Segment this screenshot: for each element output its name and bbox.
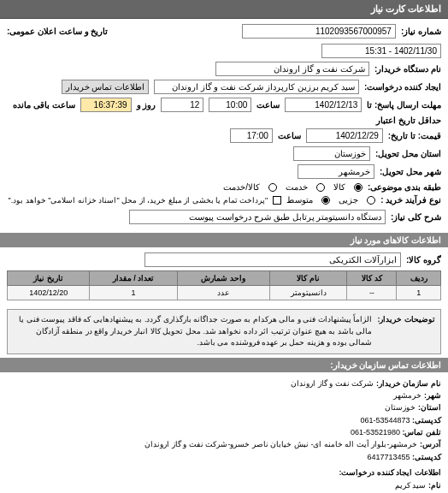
contact-header-text: اطلاعات تماس سازمان خریدار: bbox=[330, 360, 441, 370]
radio-both[interactable] bbox=[268, 183, 277, 192]
col-qty: تعداد / مقدار bbox=[90, 271, 177, 286]
section-header-need-info: اطلاعات کارت نیاز bbox=[0, 0, 448, 19]
cell-unit: عدد bbox=[177, 286, 269, 300]
header-title: اطلاعات کارت نیاز bbox=[371, 3, 441, 14]
days-remain-field: 12 bbox=[161, 98, 203, 112]
deadline-time-field: 10:00 bbox=[209, 98, 251, 112]
buyer-field: شرکت نفت و گاز اروندان bbox=[215, 62, 369, 76]
creator-field: سید کریم برزین کارپرداز شرکت نفت و گاز ا… bbox=[154, 80, 359, 94]
goods-header-text: اطلاعات کالاهای مورد نیاز bbox=[351, 235, 441, 245]
org-label: نام سازمان خریدار: bbox=[376, 379, 441, 388]
col-name: نام کالا bbox=[269, 271, 347, 286]
subject-radio-group: کالا خدمت کالا/خدمت bbox=[223, 182, 363, 192]
creator-contact-header: اطلاعات ایجاد کننده درخواست: bbox=[7, 466, 441, 478]
delivery-city-field: خرمشهر bbox=[298, 164, 374, 179]
radio-goods-label: کالا bbox=[333, 182, 345, 192]
cell-date: 1402/12/20 bbox=[8, 286, 90, 300]
delivery-city-label: شهر محل تحویل: bbox=[380, 167, 441, 176]
deadline-time-label: ساعت bbox=[256, 100, 280, 110]
deadline-label: مهلت ارسال پاسخ: تا bbox=[367, 100, 441, 110]
radio-small-label: جزیی bbox=[339, 195, 358, 205]
deadline-date-field: 1402/12/13 bbox=[285, 98, 362, 112]
desc-label: شرح کلی نیاز: bbox=[391, 212, 441, 222]
request-no-field: 1102093567000957 bbox=[242, 24, 396, 39]
col-unit: واحد شمارش bbox=[177, 271, 269, 286]
address-value: خرمشهر-بلوار آیت اله خامنه ای- نبش خیابا… bbox=[144, 440, 417, 448]
radio-goods[interactable] bbox=[354, 183, 363, 192]
payment-note: "پرداخت تمام یا بخشی از مبلغ خرید، از مح… bbox=[9, 196, 268, 205]
cell-row: 1 bbox=[397, 286, 441, 300]
goods-area: گروه کالا: ابزارآلات الکتریکی ردیف کد کا… bbox=[0, 247, 448, 306]
province-label: استان: bbox=[418, 403, 441, 412]
phone-value: 53521980-061 bbox=[351, 428, 400, 437]
treasury-checkbox[interactable] bbox=[273, 196, 281, 205]
cname-value: سید کریم bbox=[395, 481, 427, 490]
desc-field: دستگاه دانسیتومتر پرتابل طبق شرح درخواست… bbox=[129, 210, 386, 224]
subject-class-label: طبقه بندی موضوعی: bbox=[368, 182, 441, 192]
postal2-value: 6417713455 bbox=[367, 453, 410, 461]
credit-label: حداقل تاریخ اعتبار bbox=[376, 116, 441, 125]
contact-section: نام سازمان خریدار: شرکت نفت و گاز اروندا… bbox=[0, 372, 448, 494]
buyer-label: نام دستگاه خریدار: bbox=[374, 64, 441, 74]
price-until-label: قیمت: تا تاریخ: bbox=[388, 131, 441, 140]
delivery-province-field: خوزستان bbox=[293, 146, 370, 161]
goods-header: اطلاعات کالاهای مورد نیاز bbox=[0, 233, 448, 247]
city-label: شهر: bbox=[424, 391, 441, 400]
request-no-label: شماره نیاز: bbox=[401, 27, 441, 36]
public-datetime-field: 1402/11/30 - 15:31 bbox=[321, 44, 441, 58]
form-area: شماره نیاز: 1102093567000957 تاریخ و ساع… bbox=[0, 19, 448, 233]
group-label: گروه کالا: bbox=[406, 255, 441, 264]
radio-small[interactable] bbox=[367, 196, 375, 205]
cell-name: دانسیتومتر bbox=[269, 286, 347, 300]
radio-medium-label: متوسط bbox=[286, 195, 313, 205]
radio-medium[interactable] bbox=[321, 196, 330, 205]
note-text: الزاماً پیشنهادات فنی و مالی هرکدام به ص… bbox=[13, 314, 373, 349]
province-value: خوزستان bbox=[385, 403, 416, 412]
address-label: آدرس: bbox=[420, 440, 441, 448]
public-datetime-label: تاریخ و ساعت اعلان عمومی: bbox=[7, 27, 108, 36]
col-code: کد کالا bbox=[347, 271, 397, 286]
radio-service-label: خدمت bbox=[286, 182, 308, 192]
price-until-time-label: ساعت bbox=[278, 131, 301, 140]
days-label: روز و bbox=[137, 100, 156, 110]
col-date: تاریخ نیاز bbox=[8, 271, 90, 286]
table-row: 1 -- دانسیتومتر عدد 1 1402/12/20 bbox=[8, 286, 441, 300]
cname-label: نام: bbox=[428, 481, 441, 490]
goods-table: ردیف کد کالا نام کالا واحد شمارش تعداد /… bbox=[7, 270, 441, 300]
contact-header: اطلاعات تماس سازمان خریدار: bbox=[0, 358, 448, 372]
org-value: شرکت نفت و گاز اروندان bbox=[291, 379, 374, 388]
col-row: ردیف bbox=[397, 271, 441, 286]
creator-label: ایجاد کننده درخواست: bbox=[364, 82, 441, 92]
delivery-province-label: استان محل تحویل: bbox=[375, 149, 441, 158]
phone-label: تلفن تماس: bbox=[403, 428, 442, 437]
hours-remain-field: 16:37:39 bbox=[80, 98, 132, 112]
postal2-label: کدپستی: bbox=[412, 453, 441, 461]
price-until-time-field: 17:00 bbox=[230, 128, 273, 143]
buyer-note-box: توضیحات خریدار: الزاماً پیشنهادات فنی و … bbox=[7, 309, 441, 354]
cell-qty: 1 bbox=[90, 286, 177, 300]
city-value: خرمشهر bbox=[393, 391, 421, 400]
cell-code: -- bbox=[347, 286, 397, 300]
contact-buyer-button[interactable]: اطلاعات تماس خریدار bbox=[62, 80, 150, 94]
purchase-radio-group: جزیی متوسط bbox=[286, 195, 375, 205]
radio-both-label: کالا/خدمت bbox=[223, 182, 260, 192]
radio-service[interactable] bbox=[316, 183, 325, 192]
postal-label: کدپستی: bbox=[412, 416, 441, 425]
hours-label: ساعت باقی مانده bbox=[13, 100, 75, 110]
postal-value: 53544873-061 bbox=[360, 416, 410, 425]
group-field: ابزارآلات الکتریکی bbox=[144, 252, 401, 267]
purchase-type-label: نوع فرآیند خرید : bbox=[380, 195, 441, 205]
note-label: توضیحات خریدار: bbox=[378, 314, 436, 349]
price-until-date-field: 1402/12/29 bbox=[306, 128, 383, 143]
